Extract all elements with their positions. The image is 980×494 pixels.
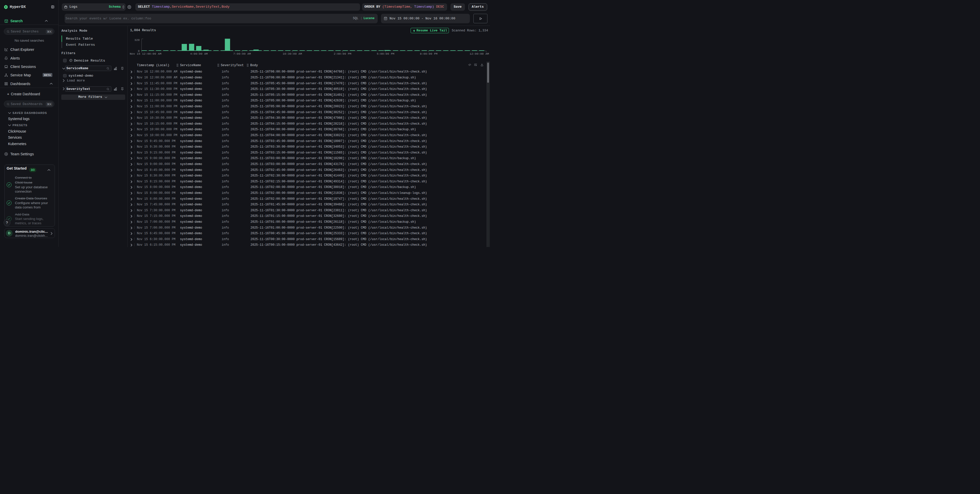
svg-text:8:00:00 PM: 8:00:00 PM: [420, 52, 438, 56]
svg-text:5:00:00 PM: 5:00:00 PM: [377, 52, 394, 56]
svg-text:4:00:00 AM: 4:00:00 AM: [190, 52, 208, 56]
svg-text:2:00:00 PM: 2:00:00 PM: [334, 52, 352, 56]
svg-text:320: 320: [134, 38, 140, 41]
svg-text:7:00:00 AM: 7:00:00 AM: [233, 52, 251, 56]
svg-text:10:30:00 AM: 10:30:00 AM: [283, 52, 302, 56]
svg-text:Nov 15 12:00:00 AM: Nov 15 12:00:00 AM: [130, 52, 161, 56]
svg-text:12:00:00 AM: 12:00:00 AM: [469, 52, 489, 56]
